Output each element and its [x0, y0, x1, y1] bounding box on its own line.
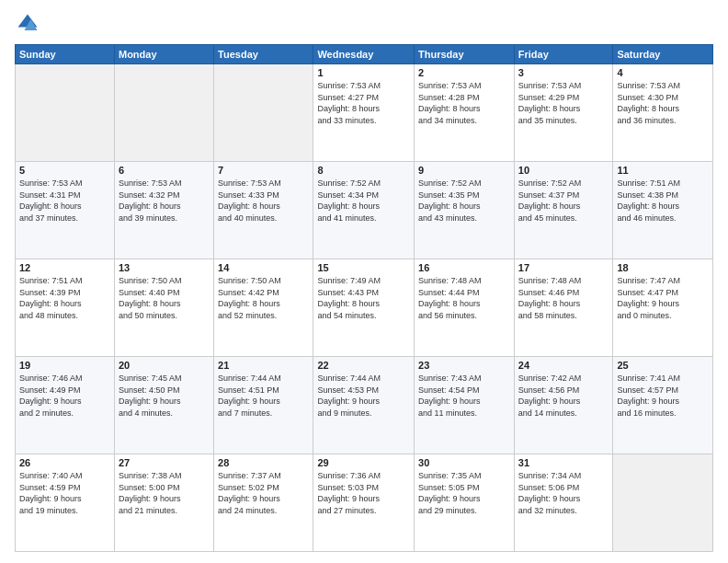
day-cell: 1Sunrise: 7:53 AM Sunset: 4:27 PM Daylig… [313, 64, 415, 162]
day-cell: 6Sunrise: 7:53 AM Sunset: 4:32 PM Daylig… [114, 162, 213, 259]
day-number: 2 [418, 67, 510, 78]
day-cell: 14Sunrise: 7:50 AM Sunset: 4:42 PM Dayli… [214, 259, 313, 357]
weekday-monday: Monday [114, 45, 213, 64]
weekday-thursday: Thursday [415, 45, 515, 64]
day-info: Sunrise: 7:49 AM Sunset: 4:43 PM Dayligh… [317, 275, 410, 321]
day-number: 16 [418, 262, 510, 273]
day-number: 14 [218, 262, 309, 273]
day-cell: 4Sunrise: 7:53 AM Sunset: 4:30 PM Daylig… [613, 64, 713, 162]
day-cell: 8Sunrise: 7:52 AM Sunset: 4:34 PM Daylig… [313, 162, 415, 259]
header [15, 11, 713, 37]
day-info: Sunrise: 7:51 AM Sunset: 4:38 PM Dayligh… [617, 178, 709, 224]
day-cell: 24Sunrise: 7:42 AM Sunset: 4:56 PM Dayli… [514, 357, 613, 454]
day-cell: 18Sunrise: 7:47 AM Sunset: 4:47 PM Dayli… [613, 259, 713, 357]
day-info: Sunrise: 7:50 AM Sunset: 4:40 PM Dayligh… [119, 275, 210, 321]
day-number: 18 [617, 262, 709, 273]
day-cell: 29Sunrise: 7:36 AM Sunset: 5:03 PM Dayli… [313, 454, 415, 552]
day-cell: 30Sunrise: 7:35 AM Sunset: 5:05 PM Dayli… [415, 454, 515, 552]
day-cell [16, 64, 115, 162]
day-cell: 13Sunrise: 7:50 AM Sunset: 4:40 PM Dayli… [114, 259, 213, 357]
day-info: Sunrise: 7:47 AM Sunset: 4:47 PM Dayligh… [617, 275, 709, 321]
day-number: 22 [317, 360, 410, 371]
calendar: SundayMondayTuesdayWednesdayThursdayFrid… [15, 44, 713, 552]
day-info: Sunrise: 7:34 AM Sunset: 5:06 PM Dayligh… [518, 470, 609, 516]
day-number: 3 [518, 67, 609, 78]
day-cell: 22Sunrise: 7:44 AM Sunset: 4:53 PM Dayli… [313, 357, 415, 454]
day-number: 26 [19, 457, 110, 468]
day-number: 21 [218, 360, 309, 371]
day-info: Sunrise: 7:44 AM Sunset: 4:51 PM Dayligh… [218, 373, 309, 419]
day-number: 4 [617, 67, 709, 78]
day-info: Sunrise: 7:53 AM Sunset: 4:28 PM Dayligh… [418, 80, 510, 126]
day-info: Sunrise: 7:53 AM Sunset: 4:29 PM Dayligh… [518, 80, 609, 126]
day-number: 28 [218, 457, 309, 468]
day-info: Sunrise: 7:41 AM Sunset: 4:57 PM Dayligh… [617, 373, 709, 419]
day-number: 5 [19, 165, 110, 176]
week-row-4: 19Sunrise: 7:46 AM Sunset: 4:49 PM Dayli… [16, 357, 713, 454]
day-number: 23 [418, 360, 510, 371]
day-number: 15 [317, 262, 410, 273]
day-info: Sunrise: 7:43 AM Sunset: 4:54 PM Dayligh… [418, 373, 510, 419]
day-cell: 31Sunrise: 7:34 AM Sunset: 5:06 PM Dayli… [514, 454, 613, 552]
weekday-friday: Friday [514, 45, 613, 64]
day-cell [114, 64, 213, 162]
day-cell: 10Sunrise: 7:52 AM Sunset: 4:37 PM Dayli… [514, 162, 613, 259]
week-row-3: 12Sunrise: 7:51 AM Sunset: 4:39 PM Dayli… [16, 259, 713, 357]
day-number: 31 [518, 457, 609, 468]
day-number: 10 [518, 165, 609, 176]
weekday-header-row: SundayMondayTuesdayWednesdayThursdayFrid… [16, 45, 713, 64]
day-cell: 3Sunrise: 7:53 AM Sunset: 4:29 PM Daylig… [514, 64, 613, 162]
day-cell: 23Sunrise: 7:43 AM Sunset: 4:54 PM Dayli… [415, 357, 515, 454]
weekday-wednesday: Wednesday [313, 45, 415, 64]
day-cell: 5Sunrise: 7:53 AM Sunset: 4:31 PM Daylig… [16, 162, 115, 259]
weekday-sunday: Sunday [16, 45, 115, 64]
day-cell [214, 64, 313, 162]
logo-icon [15, 11, 40, 37]
weekday-tuesday: Tuesday [214, 45, 313, 64]
day-info: Sunrise: 7:50 AM Sunset: 4:42 PM Dayligh… [218, 275, 309, 321]
day-number: 30 [418, 457, 510, 468]
day-info: Sunrise: 7:35 AM Sunset: 5:05 PM Dayligh… [418, 470, 510, 516]
day-number: 19 [19, 360, 110, 371]
day-cell: 26Sunrise: 7:40 AM Sunset: 4:59 PM Dayli… [16, 454, 115, 552]
day-info: Sunrise: 7:53 AM Sunset: 4:31 PM Dayligh… [19, 178, 110, 224]
day-info: Sunrise: 7:53 AM Sunset: 4:27 PM Dayligh… [317, 80, 410, 126]
day-info: Sunrise: 7:45 AM Sunset: 4:50 PM Dayligh… [119, 373, 210, 419]
day-cell: 2Sunrise: 7:53 AM Sunset: 4:28 PM Daylig… [415, 64, 515, 162]
day-info: Sunrise: 7:53 AM Sunset: 4:32 PM Dayligh… [119, 178, 210, 224]
day-number: 12 [19, 262, 110, 273]
day-number: 9 [418, 165, 510, 176]
day-cell: 17Sunrise: 7:48 AM Sunset: 4:46 PM Dayli… [514, 259, 613, 357]
day-number: 8 [317, 165, 410, 176]
day-cell: 28Sunrise: 7:37 AM Sunset: 5:02 PM Dayli… [214, 454, 313, 552]
week-row-1: 1Sunrise: 7:53 AM Sunset: 4:27 PM Daylig… [16, 64, 713, 162]
day-info: Sunrise: 7:42 AM Sunset: 4:56 PM Dayligh… [518, 373, 609, 419]
day-info: Sunrise: 7:36 AM Sunset: 5:03 PM Dayligh… [317, 470, 410, 516]
weekday-saturday: Saturday [613, 45, 713, 64]
day-number: 11 [617, 165, 709, 176]
day-number: 24 [518, 360, 609, 371]
day-cell: 19Sunrise: 7:46 AM Sunset: 4:49 PM Dayli… [16, 357, 115, 454]
day-cell: 20Sunrise: 7:45 AM Sunset: 4:50 PM Dayli… [114, 357, 213, 454]
day-info: Sunrise: 7:37 AM Sunset: 5:02 PM Dayligh… [218, 470, 309, 516]
day-info: Sunrise: 7:38 AM Sunset: 5:00 PM Dayligh… [119, 470, 210, 516]
day-info: Sunrise: 7:48 AM Sunset: 4:44 PM Dayligh… [418, 275, 510, 321]
day-info: Sunrise: 7:52 AM Sunset: 4:37 PM Dayligh… [518, 178, 609, 224]
week-row-2: 5Sunrise: 7:53 AM Sunset: 4:31 PM Daylig… [16, 162, 713, 259]
day-cell [613, 454, 713, 552]
day-cell: 11Sunrise: 7:51 AM Sunset: 4:38 PM Dayli… [613, 162, 713, 259]
day-number: 27 [119, 457, 210, 468]
day-number: 29 [317, 457, 410, 468]
day-cell: 27Sunrise: 7:38 AM Sunset: 5:00 PM Dayli… [114, 454, 213, 552]
day-info: Sunrise: 7:53 AM Sunset: 4:30 PM Dayligh… [617, 80, 709, 126]
day-cell: 12Sunrise: 7:51 AM Sunset: 4:39 PM Dayli… [16, 259, 115, 357]
day-cell: 15Sunrise: 7:49 AM Sunset: 4:43 PM Dayli… [313, 259, 415, 357]
day-info: Sunrise: 7:53 AM Sunset: 4:33 PM Dayligh… [218, 178, 309, 224]
day-number: 17 [518, 262, 609, 273]
day-info: Sunrise: 7:46 AM Sunset: 4:49 PM Dayligh… [19, 373, 110, 419]
day-cell: 7Sunrise: 7:53 AM Sunset: 4:33 PM Daylig… [214, 162, 313, 259]
day-number: 6 [119, 165, 210, 176]
day-cell: 16Sunrise: 7:48 AM Sunset: 4:44 PM Dayli… [415, 259, 515, 357]
day-info: Sunrise: 7:52 AM Sunset: 4:34 PM Dayligh… [317, 178, 410, 224]
day-number: 13 [119, 262, 210, 273]
